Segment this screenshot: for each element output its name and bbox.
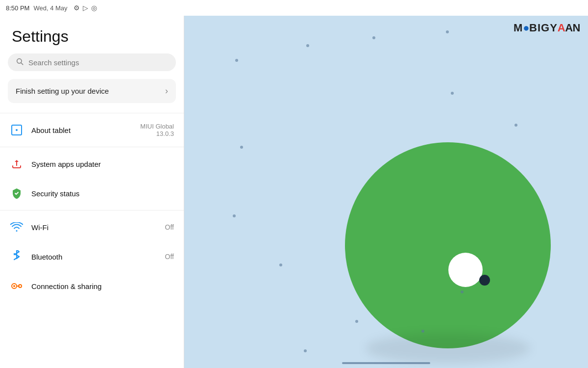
sidebar-item-system-apps-updater[interactable]: System apps updater — [0, 149, 184, 179]
bluetooth-value: Off — [165, 253, 174, 261]
svg-point-4 — [19, 285, 22, 288]
main-layout: Settings Finish setting up your device › — [0, 16, 588, 368]
sidebar-item-security-status[interactable]: Security status — [0, 179, 184, 208]
tablet-icon — [10, 123, 24, 137]
wifi-value: Off — [165, 223, 174, 231]
wifi-row: Wi-Fi Off — [31, 223, 174, 232]
bluetooth-label: Bluetooth — [31, 253, 62, 261]
bluetooth-row: Bluetooth Off — [31, 253, 174, 261]
finish-setup-chevron-icon: › — [165, 86, 168, 96]
scatter-dot-0 — [235, 59, 238, 62]
scatter-dot-10 — [355, 320, 358, 323]
wifi-icon — [10, 220, 24, 234]
connection-icon — [10, 279, 24, 293]
scatter-dot-3 — [446, 30, 449, 33]
finish-setup-banner[interactable]: Finish setting up your device › — [8, 79, 176, 103]
search-bar[interactable] — [8, 53, 176, 71]
white-decorative-dot — [448, 253, 483, 287]
scatter-dot-8 — [279, 263, 282, 266]
right-panel: M●BIGYAAN — [184, 16, 588, 368]
finish-setup-label: Finish setting up your device — [16, 87, 165, 95]
alarm-icon: ◎ — [91, 4, 97, 12]
status-time: 8:50 PM — [6, 4, 29, 12]
status-bar: 8:50 PM Wed, 4 May ⚙ ▷ ◎ — [0, 0, 588, 16]
scatter-dot-5 — [514, 124, 517, 127]
mobigyaan-logo: M●BIGYAAN — [514, 22, 580, 34]
system-apps-updater-label: System apps updater — [31, 160, 101, 168]
scatter-dot-12 — [304, 349, 307, 352]
green-decorative-circle — [345, 142, 551, 348]
sidebar-item-wifi[interactable]: Wi-Fi Off — [0, 212, 184, 242]
scatter-dot-11 — [421, 330, 424, 333]
scroll-indicator — [342, 362, 430, 364]
svg-point-3 — [13, 285, 15, 287]
search-icon — [16, 57, 24, 67]
connection-sharing-label: Connection & sharing — [31, 282, 101, 290]
settings-gear-icon: ⚙ — [74, 4, 80, 12]
cast-icon: ▷ — [83, 4, 88, 12]
sidebar-item-connection-sharing[interactable]: Connection & sharing — [0, 271, 184, 301]
scatter-dot-1 — [306, 44, 309, 47]
scatter-dot-7 — [233, 214, 236, 217]
settings-panel: Settings Finish setting up your device › — [0, 16, 184, 368]
dark-decorative-dot — [479, 275, 490, 286]
about-tablet-row: About tablet MIUI Global13.0.3 — [31, 123, 174, 137]
svg-line-1 — [21, 63, 23, 65]
shield-check-icon — [10, 186, 24, 200]
security-status-label: Security status — [31, 189, 79, 198]
bluetooth-icon — [10, 250, 24, 263]
divider-2 — [0, 147, 184, 147]
scatter-dot-9 — [461, 290, 464, 293]
scatter-dot-6 — [240, 146, 243, 149]
scatter-dot-4 — [451, 92, 454, 95]
about-tablet-label: About tablet — [31, 126, 71, 134]
divider-3 — [0, 210, 184, 210]
search-input[interactable] — [28, 58, 168, 67]
status-date: Wed, 4 May — [33, 4, 67, 12]
update-arrow-icon — [10, 157, 24, 171]
about-tablet-sublabel: MIUI Global13.0.3 — [140, 123, 174, 137]
sidebar-item-about-tablet[interactable]: About tablet MIUI Global13.0.3 — [0, 115, 184, 145]
wifi-label: Wi-Fi — [31, 223, 49, 232]
settings-title: Settings — [0, 16, 184, 53]
sidebar-item-bluetooth[interactable]: Bluetooth Off — [0, 242, 184, 271]
scatter-dot-2 — [372, 36, 375, 39]
status-icons: ⚙ ▷ ◎ — [74, 4, 97, 12]
divider-1 — [0, 113, 184, 113]
